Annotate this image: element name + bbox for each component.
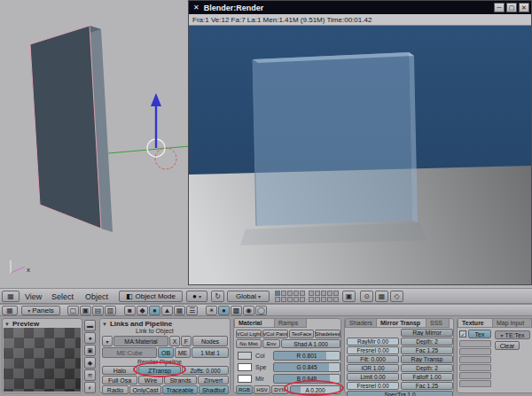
vcol-paint-button[interactable]: VCol Paint xyxy=(262,330,288,338)
alpha-slider[interactable]: A 0.200 xyxy=(290,385,340,394)
render-preview-icon[interactable]: ▦ xyxy=(375,291,388,302)
b-slider[interactable]: B 0.848 xyxy=(273,374,340,384)
strands-button[interactable]: Strands xyxy=(164,376,197,384)
layer-cell[interactable] xyxy=(315,297,320,302)
zinvert-button[interactable]: Zinvert xyxy=(198,376,229,384)
tab-mirror-transp[interactable]: Mirror Transp xyxy=(377,319,426,328)
no-mist-button[interactable]: No Mist xyxy=(236,339,262,348)
context-editing-icon[interactable]: ▦ xyxy=(174,306,185,315)
radio-button[interactable]: Radio xyxy=(102,385,129,394)
tab-sss[interactable]: SSS xyxy=(426,319,450,328)
material-browse-icon[interactable]: ▾ xyxy=(102,336,113,346)
ray-mirror-button[interactable]: Ray Mirror xyxy=(401,329,453,337)
lock-icon[interactable]: ▣ xyxy=(342,291,356,302)
texture-channel-slot[interactable] xyxy=(459,348,491,355)
filt-field[interactable]: Filt: 0.000 xyxy=(347,355,399,363)
g-slider[interactable]: G 0.845 xyxy=(273,362,340,372)
layer-cell[interactable] xyxy=(275,291,280,296)
tab-ramps[interactable]: Ramps xyxy=(275,319,307,328)
minimize-button[interactable]: ─ xyxy=(494,3,505,12)
layer-cell[interactable] xyxy=(315,291,320,296)
wire-button[interactable]: Wire xyxy=(138,376,163,384)
preview-hair-icon[interactable]: ≋ xyxy=(84,369,96,381)
texface-button[interactable]: TexFace xyxy=(289,330,314,338)
mode-dropdown[interactable]: ◧ Object Mode xyxy=(119,291,183,302)
material-name-field[interactable]: MA:Material xyxy=(113,336,168,346)
shad-a-field[interactable]: Shad A 1.000 xyxy=(281,339,340,348)
transform-orientation-dropdown[interactable]: Global ▾ xyxy=(227,291,270,302)
texture-channel-slot[interactable] xyxy=(459,340,491,347)
layer-cell[interactable] xyxy=(300,291,305,296)
nodes-button[interactable]: Nodes xyxy=(192,336,228,346)
close-button[interactable]: ✕ xyxy=(519,3,529,12)
preview-sphere-icon[interactable]: ● xyxy=(84,332,96,344)
link-ob-button[interactable]: OB xyxy=(158,347,174,358)
tab-shaders[interactable]: Shaders xyxy=(345,319,377,328)
texture-channel-slot[interactable] xyxy=(459,356,491,363)
full-osa-button[interactable]: Full Osa xyxy=(102,376,137,384)
falloff-field[interactable]: Falloff 1.00 xyxy=(401,373,453,381)
material-index-field[interactable]: 1 Mat 1 xyxy=(192,347,229,358)
mir-swatch[interactable] xyxy=(238,375,252,383)
clear-texture-button[interactable]: Clear xyxy=(495,341,520,350)
rgb-button[interactable]: RGB xyxy=(236,385,253,394)
spectra-slider[interactable]: SpecTra 1.0 xyxy=(347,391,453,396)
depth-field-1[interactable]: Depth: 2 xyxy=(401,338,453,346)
ray-transp-button[interactable]: Ray Transp xyxy=(401,355,453,363)
layer-grid-left[interactable] xyxy=(275,291,305,302)
maximize-button[interactable]: ▢ xyxy=(506,3,517,12)
fake-user-button[interactable]: F xyxy=(181,336,192,346)
layer-cell[interactable] xyxy=(309,291,314,296)
layer-cell[interactable] xyxy=(287,291,293,296)
texture-channel-slot[interactable] xyxy=(459,364,491,371)
link-me-button[interactable]: ME xyxy=(175,347,191,358)
preview-sky-icon[interactable]: ◐ xyxy=(84,382,96,393)
ior-field[interactable]: IOR 1.00 xyxy=(347,364,399,372)
links-panel-header[interactable]: ▼ Links and Pipeline xyxy=(102,320,172,328)
menu-object[interactable]: Object xyxy=(85,292,108,301)
sub-texture-icon[interactable]: ▩ xyxy=(231,306,242,315)
fac-field-2[interactable]: Fac 1.25 xyxy=(401,382,453,390)
layer-cell[interactable] xyxy=(293,297,299,302)
layer-cell[interactable] xyxy=(300,297,305,302)
sub-world-icon[interactable]: ◯ xyxy=(255,306,267,315)
texture-channel-slot[interactable] xyxy=(459,380,491,387)
tab-material[interactable]: Material xyxy=(234,319,275,328)
shadbuf-button[interactable]: Shadbuf xyxy=(199,385,229,394)
editor-type-icon[interactable]: ▦ xyxy=(2,306,18,315)
fac-field-1[interactable]: Fac 1.25 xyxy=(401,346,453,354)
raymir-slider[interactable]: RayMir 0.00 xyxy=(347,338,399,346)
layer-cell[interactable] xyxy=(321,291,326,296)
context-shading-icon[interactable]: ● xyxy=(149,306,160,315)
tab-texture[interactable]: Texture xyxy=(458,319,493,328)
fresnel-slider-2[interactable]: Fresnel 0.00 xyxy=(347,382,399,390)
editor-type-icon[interactable]: ▦ xyxy=(2,291,20,302)
env-button[interactable]: Env xyxy=(262,339,280,348)
layer-cell[interactable] xyxy=(321,297,326,302)
context-script-icon[interactable]: ◆ xyxy=(137,306,148,315)
layer-cell[interactable] xyxy=(333,291,339,296)
r-slider[interactable]: R 0.801 xyxy=(273,351,340,361)
preview-cube-icon[interactable]: ▣ xyxy=(84,345,96,356)
context-object-icon[interactable]: ▲ xyxy=(161,306,173,315)
depth-field-2[interactable]: Depth: 2 xyxy=(401,364,453,372)
menu-view[interactable]: View xyxy=(25,292,42,301)
layer-cell[interactable] xyxy=(333,297,339,302)
panel-view-icon-1[interactable]: ▢ xyxy=(67,306,79,315)
rotate-view-icon[interactable]: ↻ xyxy=(211,291,224,302)
manipulator-toggle-icon[interactable]: ◇ xyxy=(390,291,403,302)
hsv-button[interactable]: HSV xyxy=(254,385,270,394)
sub-lamp-icon[interactable]: ☀ xyxy=(206,306,217,315)
sub-radiosity-icon[interactable]: ◉ xyxy=(243,306,254,315)
preview-flat-icon[interactable]: ▬ xyxy=(84,320,96,331)
texture-channel-slot[interactable] xyxy=(459,372,491,379)
render-window-titlebar[interactable]: ✕ Blender:Render ─ ▢ ✕ xyxy=(189,1,531,14)
texture-name-field[interactable]: ▾ TE:Tex xyxy=(495,330,530,339)
col-swatch[interactable] xyxy=(238,352,252,360)
snap-icon[interactable]: ⊙ xyxy=(360,291,373,302)
traceable-button[interactable]: Traceable xyxy=(162,385,198,394)
panel-view-icon-3[interactable]: ▤ xyxy=(92,306,104,315)
panel-view-icon-2[interactable]: ▣ xyxy=(80,306,91,315)
layer-cell[interactable] xyxy=(327,297,332,302)
fresnel-slider-1[interactable]: Fresnel 0.00 xyxy=(347,346,399,354)
